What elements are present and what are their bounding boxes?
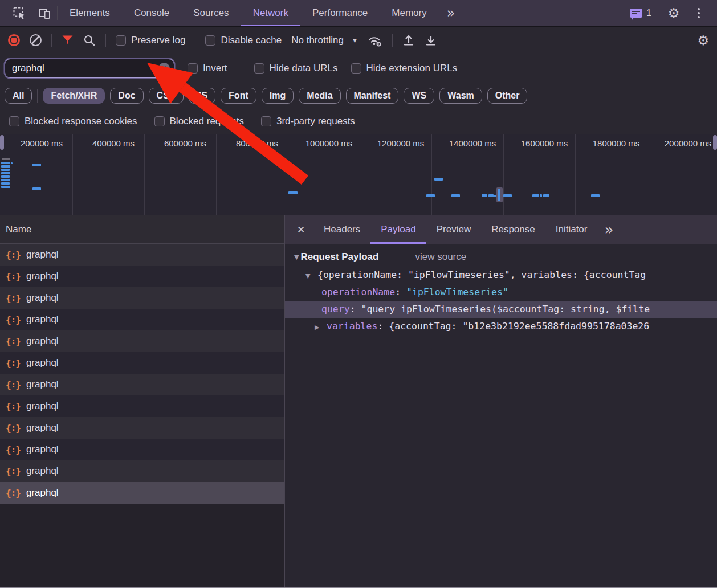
request-row[interactable]: {∶}graphql	[0, 374, 284, 395]
payload-line[interactable]: ▼{operationName: "ipFlowTimeseries", var…	[285, 267, 717, 284]
third-party-requests-toggle[interactable]: 3rd-party requests	[261, 116, 355, 127]
overview-tick-label: 1800000 ms	[582, 138, 650, 148]
export-har-icon[interactable]	[425, 34, 437, 47]
tab-sources[interactable]: Sources	[181, 0, 241, 26]
clear-network-log-icon[interactable]	[30, 34, 42, 46]
invert-toggle[interactable]: Invert	[188, 63, 227, 74]
chip-font[interactable]: Font	[221, 88, 256, 104]
network-conditions-icon[interactable]	[368, 34, 382, 47]
chip-img[interactable]: Img	[262, 88, 294, 104]
hide-data-urls-checkbox[interactable]	[254, 63, 264, 74]
detail-tab-payload[interactable]: Payload	[370, 215, 426, 244]
preserve-log-checkbox[interactable]	[116, 35, 126, 46]
more-tabs-icon[interactable]: »	[439, 0, 463, 26]
hide-data-urls-toggle[interactable]: Hide data URLs	[254, 63, 338, 74]
tab-console[interactable]: Console	[122, 0, 181, 26]
payload-line[interactable]: ▶variables: {accountTag: "b12e3b2192ee55…	[285, 318, 717, 335]
network-settings-icon[interactable]: ⚙	[697, 33, 709, 48]
invert-checkbox[interactable]	[188, 63, 198, 74]
chip-wasm[interactable]: Wasm	[439, 88, 482, 104]
throttling-select[interactable]: No throttling ▼	[291, 35, 358, 46]
request-row[interactable]: {∶}graphql	[0, 417, 284, 439]
toolbar-divider	[105, 34, 106, 47]
request-row[interactable]: {∶}graphql	[0, 330, 284, 352]
chip-ws[interactable]: WS	[404, 88, 434, 104]
hide-extension-urls-checkbox[interactable]	[351, 63, 361, 74]
inspect-element-icon[interactable]	[7, 0, 32, 26]
search-icon[interactable]	[83, 34, 96, 47]
chip-other[interactable]: Other	[487, 88, 528, 104]
more-options-icon[interactable]	[686, 0, 711, 26]
tab-memory[interactable]: Memory	[380, 0, 438, 26]
payload-line[interactable]: query: "query ipFlowTimeseries($accountT…	[285, 301, 717, 318]
import-har-icon[interactable]	[402, 34, 415, 47]
chip-all[interactable]: All	[5, 88, 32, 104]
request-row[interactable]: {∶}graphql	[0, 439, 284, 460]
request-row[interactable]: {∶}graphql	[0, 244, 284, 266]
hide-data-urls-label: Hide data URLs	[270, 63, 338, 74]
detail-tab-headers[interactable]: Headers	[313, 215, 370, 244]
chip-css[interactable]: CSS	[149, 88, 184, 104]
request-row[interactable]: {∶}graphql	[0, 482, 284, 504]
record-network-log-icon[interactable]	[8, 34, 20, 46]
request-details-pane: ✕ HeadersPayloadPreviewResponseInitiator…	[285, 215, 717, 588]
overview-tick-label: 2000000 ms	[654, 138, 717, 148]
request-row[interactable]: {∶}graphql	[0, 309, 284, 330]
json-icon: {∶}	[6, 379, 21, 390]
chip-doc[interactable]: Doc	[110, 88, 143, 104]
third-party-requests-checkbox[interactable]	[261, 116, 271, 126]
tab-network[interactable]: Network	[241, 0, 300, 26]
request-row[interactable]: {∶}graphql	[0, 287, 284, 309]
request-name: graphql	[26, 487, 59, 499]
detail-tabbar: ✕ HeadersPayloadPreviewResponseInitiator…	[285, 215, 717, 244]
hide-extension-urls-toggle[interactable]: Hide extension URLs	[351, 63, 458, 74]
blocked-requests-checkbox[interactable]	[154, 116, 165, 126]
network-overview-timeline[interactable]: 200000 ms400000 ms600000 ms800000 ms1000…	[0, 134, 717, 215]
messages-icon	[630, 9, 642, 18]
overview-request-bar	[11, 162, 13, 164]
name-column-header[interactable]: Name	[0, 215, 284, 244]
tree-collapsed-icon[interactable]: ▶	[315, 319, 327, 335]
chip-fetch-xhr[interactable]: Fetch/XHR	[43, 88, 105, 104]
issues-counter[interactable]: 1	[630, 0, 661, 26]
settings-icon[interactable]: ⚙	[661, 0, 686, 26]
clear-input-icon[interactable]: ✕	[158, 63, 170, 74]
dropdown-caret-icon: ▼	[352, 37, 358, 44]
tree-expanded-icon[interactable]: ▼	[305, 268, 317, 284]
detail-tab-response[interactable]: Response	[481, 215, 545, 244]
request-name: graphql	[26, 271, 59, 282]
more-detail-tabs-icon[interactable]: »	[597, 215, 620, 244]
overview-left-handle[interactable]	[0, 135, 4, 150]
detail-tab-preview[interactable]: Preview	[426, 215, 481, 244]
payload-line[interactable]: operationName: "ipFlowTimeseries"	[285, 284, 717, 301]
device-toolbar-icon[interactable]	[32, 0, 57, 26]
filter-input[interactable]	[5, 59, 174, 78]
filter-icon[interactable]	[62, 35, 74, 46]
view-source-link[interactable]: view source	[415, 251, 466, 263]
chip-manifest[interactable]: Manifest	[346, 88, 399, 104]
toolbar-divider	[51, 34, 52, 47]
tab-performance[interactable]: Performance	[300, 0, 380, 26]
blocked-response-cookies-checkbox[interactable]	[9, 116, 19, 126]
close-icon[interactable]: ✕	[288, 215, 313, 244]
request-row[interactable]: {∶}graphql	[0, 352, 284, 374]
request-row[interactable]: {∶}graphql	[0, 395, 284, 417]
payload-text-str: "ipFlowTimeseries"	[406, 287, 508, 297]
payload-text-plain: :	[395, 287, 406, 297]
chip-divider	[37, 89, 38, 103]
disable-cache-toggle[interactable]: Disable cache	[205, 35, 282, 46]
detail-tab-initiator[interactable]: Initiator	[545, 215, 598, 244]
preserve-log-label: Preserve log	[131, 35, 185, 46]
chip-js[interactable]: JS	[189, 88, 216, 104]
request-payload-section[interactable]: ▼ Request Payload view source	[285, 244, 717, 267]
preserve-log-toggle[interactable]: Preserve log	[116, 35, 185, 46]
request-row[interactable]: {∶}graphql	[0, 266, 284, 287]
json-icon: {∶}	[6, 444, 21, 455]
chip-media[interactable]: Media	[299, 88, 340, 104]
blocked-requests-toggle[interactable]: Blocked requests	[154, 116, 244, 127]
overview-request-bar	[532, 194, 539, 197]
disable-cache-checkbox[interactable]	[205, 35, 215, 46]
blocked-response-cookies-toggle[interactable]: Blocked response cookies	[9, 116, 137, 127]
request-row[interactable]: {∶}graphql	[0, 460, 284, 482]
tab-elements[interactable]: Elements	[58, 0, 122, 26]
